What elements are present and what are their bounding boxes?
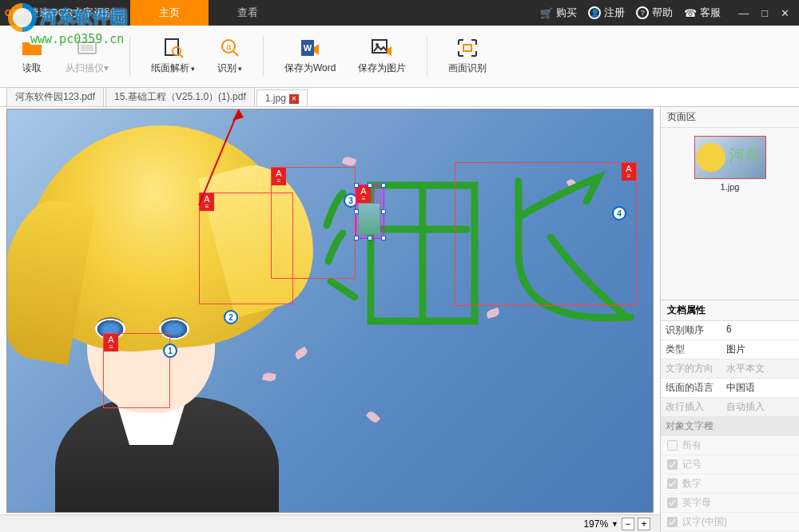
ocr-region-4[interactable]: A 4: [455, 162, 637, 306]
image-export-icon: [371, 38, 393, 58]
buy-button[interactable]: 🛒购买: [540, 6, 577, 20]
save-image-button[interactable]: 保存为图片: [350, 34, 414, 78]
section-header: 对象文字種: [661, 417, 799, 435]
region-number: 2: [224, 310, 238, 324]
cart-icon: 🛒: [540, 7, 553, 19]
check-all: 所有: [661, 436, 799, 455]
properties-panel: 文档属性 识别顺序6 类型图片 文字的方向水平本文 纸面的语言中国语 改行插入自…: [661, 300, 799, 532]
region-tag: A: [104, 334, 118, 351]
svg-line-13: [199, 109, 239, 205]
save-word-button[interactable]: W 保存为Word: [276, 34, 344, 78]
screen-ocr-button[interactable]: 画面识别: [440, 34, 495, 78]
help-icon: ?: [636, 6, 649, 19]
region-tag: A: [622, 163, 636, 181]
toolbar: 读取 从扫描仪▾ 纸面解析 a 识别 W 保存为Word 保存为图片 画面识别: [0, 26, 799, 88]
prop-value[interactable]: 图片: [721, 340, 799, 359]
svg-text:W: W: [304, 43, 312, 53]
folder-icon: [21, 38, 43, 58]
prop-key: 改行插入: [661, 398, 721, 416]
doc-tab-3[interactable]: 1.jpg×: [256, 89, 308, 106]
help-button[interactable]: ?帮助: [636, 6, 673, 20]
word-icon: W: [299, 38, 321, 58]
thumbnail-label: 1.jpg: [721, 182, 740, 192]
phone-icon: ☎: [684, 7, 697, 19]
check-alpha: 英字母: [661, 494, 799, 513]
doc-tab-2[interactable]: 15.基础工程（V25.1.0）(1).pdf: [105, 87, 255, 106]
close-button[interactable]: ✕: [781, 7, 789, 19]
read-button[interactable]: 读取: [13, 34, 51, 78]
svg-marker-14: [233, 109, 244, 121]
service-button[interactable]: ☎客服: [684, 6, 721, 20]
check-digit: 数字: [661, 474, 799, 494]
app-badge: OCR: [0, 8, 29, 18]
zoom-out-button[interactable]: −: [622, 518, 634, 530]
check-hanzi: 汉字(中国): [661, 513, 799, 532]
prop-key: 类型: [661, 340, 721, 359]
annotation-arrow: [191, 109, 255, 213]
zoom-value: 197%: [583, 518, 608, 530]
document-tabs: 河东软件园123.pdf 15.基础工程（V25.1.0）(1).pdf 1.j…: [0, 88, 799, 107]
prop-value[interactable]: 中国语: [721, 379, 799, 397]
recognize-button[interactable]: a 识别: [209, 34, 250, 78]
svg-line-7: [233, 51, 238, 56]
ocr-region-3[interactable]: A 3: [271, 167, 356, 279]
recognize-icon: a: [219, 38, 241, 58]
svg-text:a: a: [225, 42, 231, 51]
doc-tab-1[interactable]: 河东软件园123.pdf: [6, 87, 104, 106]
tab-home[interactable]: 主页: [130, 0, 209, 26]
zoom-in-button[interactable]: +: [638, 518, 650, 530]
tab-close-icon[interactable]: ×: [289, 94, 299, 104]
selected-region[interactable]: A: [356, 185, 384, 239]
maximize-button[interactable]: □: [761, 7, 768, 19]
check-symbol: 记号: [661, 455, 799, 474]
minimize-button[interactable]: —: [738, 7, 749, 19]
image-object[interactable]: [358, 203, 380, 235]
user-icon: 👤: [588, 6, 601, 19]
region-tag: A: [356, 185, 371, 203]
region-number: 1: [163, 343, 177, 358]
scanner-icon: [76, 38, 98, 58]
region-number: 4: [612, 206, 626, 220]
titlebar: OCR 捷速OCR文字识别 主页 查看 🛒购买 👤注册 ?帮助 ☎客服 — □ …: [0, 0, 799, 26]
pages-panel-title: 页面区: [661, 107, 799, 128]
svg-rect-12: [463, 45, 471, 51]
prop-value: 自动插入: [721, 398, 799, 416]
prop-key: 识别顺序: [661, 321, 721, 339]
register-button[interactable]: 👤注册: [588, 6, 625, 20]
screen-capture-icon: [456, 38, 479, 58]
page-search-icon: [162, 38, 185, 58]
page-thumbnail[interactable]: 河东: [694, 136, 766, 179]
region-tag: A: [272, 168, 286, 185]
scanner-button[interactable]: 从扫描仪▾: [58, 34, 117, 78]
analyze-button[interactable]: 纸面解析: [143, 34, 203, 78]
ocr-region-1[interactable]: A 1: [103, 333, 170, 408]
app-title: 捷速OCR文字识别: [29, 6, 130, 20]
svg-rect-1: [81, 45, 93, 51]
svg-line-4: [180, 54, 183, 58]
side-panel: 页面区 河东 1.jpg 文档属性 识别顺序6 类型图片 文字的方向水平本文 纸…: [660, 107, 799, 532]
properties-title: 文档属性: [661, 300, 799, 321]
prop-key: 文字的方向: [661, 359, 721, 378]
zoom-bar: 197% ▼ − +: [0, 514, 660, 532]
canvas-area[interactable]: A 1 A 2 A 3 A 4 A: [0, 107, 660, 532]
svg-point-3: [173, 47, 181, 55]
prop-value[interactable]: 6: [721, 321, 799, 339]
tab-view[interactable]: 查看: [209, 0, 287, 26]
prop-value: 水平本文: [721, 359, 799, 378]
prop-key: 纸面的语言: [661, 379, 721, 397]
